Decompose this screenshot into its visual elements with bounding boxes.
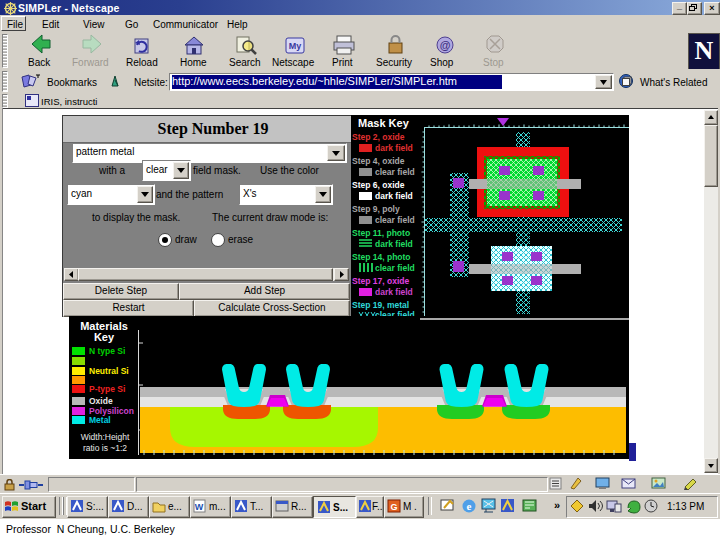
svg-text:Step 17, oxide: Step 17, oxide <box>352 276 409 286</box>
svg-text:»: » <box>554 499 560 511</box>
svg-text:Step 9, poly: Step 9, poly <box>352 204 400 214</box>
svg-text:Neutral Si: Neutral Si <box>89 366 129 376</box>
svg-text:clear field: clear field <box>375 215 415 225</box>
svg-text:Step 11, photo: Step 11, photo <box>352 228 410 238</box>
svg-text:P-type Si: P-type Si <box>89 384 125 394</box>
svg-text:Key: Key <box>94 331 115 343</box>
svg-text:ratio is ~1:2: ratio is ~1:2 <box>83 443 127 453</box>
svg-text:clear field: clear field <box>375 167 415 177</box>
svg-text:dark field: dark field <box>375 287 413 297</box>
svg-text:Oxide: Oxide <box>89 396 113 406</box>
svg-text:@: @ <box>440 39 451 51</box>
svg-text:G: G <box>390 502 397 512</box>
svg-text:dark field: dark field <box>375 239 413 249</box>
svg-text:Width:Height: Width:Height <box>81 432 130 442</box>
svg-text:N type Si: N type Si <box>89 346 125 356</box>
svg-text:My: My <box>289 41 302 51</box>
svg-text:dark field: dark field <box>375 191 413 201</box>
svg-text:clear field: clear field <box>375 263 415 273</box>
svg-text:Step 6, oxide: Step 6, oxide <box>352 180 405 190</box>
svg-text:dark field: dark field <box>375 143 413 153</box>
svg-text:Step 2, oxide: Step 2, oxide <box>352 132 405 142</box>
svg-text:e: e <box>467 500 472 512</box>
svg-text:Step 4, oxide: Step 4, oxide <box>352 156 405 166</box>
svg-text:1:13 PM: 1:13 PM <box>667 501 704 512</box>
svg-text:Step 19, metal: Step 19, metal <box>352 300 409 310</box>
svg-text:Step 14, photo: Step 14, photo <box>352 252 411 262</box>
svg-text:Mask Key: Mask Key <box>358 117 410 129</box>
svg-text:Metal: Metal <box>89 415 111 425</box>
svg-text:W: W <box>195 502 204 512</box>
